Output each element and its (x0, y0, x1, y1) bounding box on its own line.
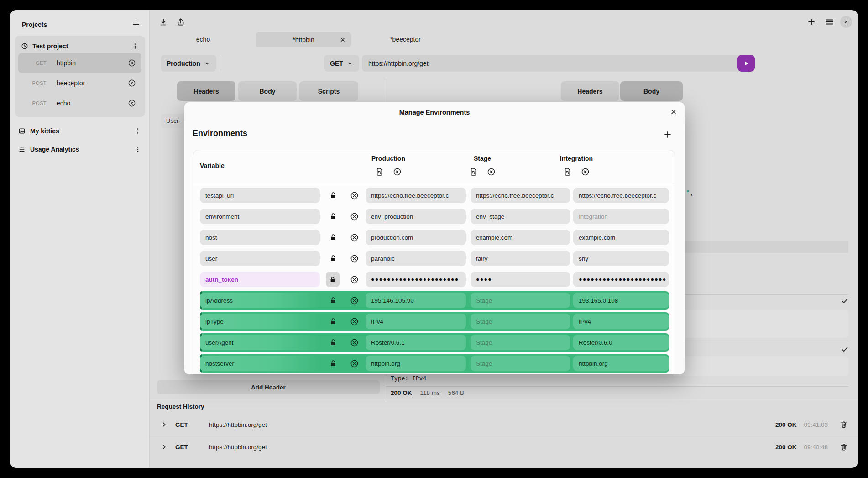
new-request-button[interactable] (807, 17, 816, 26)
tab-request-headers[interactable]: Headers (177, 81, 235, 101)
env-value-field[interactable]: httpbin.org (366, 356, 466, 371)
env-value-field[interactable]: production.com (366, 230, 466, 245)
env-value-field[interactable]: Roster/0.6.1 (366, 335, 466, 350)
tab-request-body[interactable]: Body (238, 81, 297, 101)
trash-icon[interactable] (840, 420, 848, 429)
url-input[interactable]: https://httpbin.org/get (362, 55, 747, 72)
x-circle-icon[interactable] (350, 191, 359, 200)
env-value-field[interactable]: example.com (573, 230, 669, 245)
request-tab-active[interactable]: *httpbin (256, 32, 351, 47)
env-value-field[interactable]: example.com (471, 230, 570, 245)
request-tab[interactable]: echo (196, 36, 210, 43)
request-tab[interactable]: *beeceptor (390, 36, 421, 43)
env-value-field[interactable]: Stage (471, 293, 570, 308)
export-icon[interactable] (176, 17, 185, 26)
x-circle-icon[interactable] (128, 59, 136, 67)
lock-open-icon[interactable] (329, 359, 337, 368)
lock-open-icon[interactable] (329, 296, 337, 305)
env-value-field[interactable]: Roster/0.6.0 (573, 335, 669, 350)
variable-name-field[interactable]: environment (200, 209, 320, 224)
env-value-field[interactable]: Stage (471, 356, 570, 371)
env-value-field[interactable]: fairy (471, 251, 570, 266)
lock-button[interactable] (326, 272, 340, 287)
lock-open-icon[interactable] (329, 212, 337, 221)
env-value-field[interactable]: IPv4 (366, 314, 466, 329)
add-environment-button[interactable] (663, 130, 672, 139)
add-project-button[interactable] (131, 20, 141, 29)
x-circle-icon[interactable] (393, 168, 402, 176)
variable-name-field[interactable]: testapi_url (200, 188, 320, 203)
kebab-menu-icon[interactable] (134, 146, 141, 153)
sidebar-item[interactable]: My kitties (15, 123, 145, 139)
lock-open-icon[interactable] (329, 191, 337, 200)
trash-icon[interactable] (840, 443, 848, 451)
x-circle-icon[interactable] (350, 233, 359, 242)
x-circle-icon[interactable] (350, 338, 359, 347)
env-value-field[interactable]: ●●●●●●●●●●●●●●●●●●●●●● (573, 272, 669, 287)
lock-open-icon[interactable] (329, 338, 337, 347)
variable-name-field[interactable]: host (200, 230, 320, 245)
send-request-button[interactable] (737, 55, 755, 72)
env-value-field[interactable]: ●●●●●●●●●●●●●●●●●●●●●● (366, 272, 466, 287)
method-select[interactable]: GET (324, 55, 359, 72)
lock-open-icon[interactable] (329, 254, 337, 263)
tab-response-headers[interactable]: Headers (561, 81, 619, 101)
x-circle-icon[interactable] (350, 212, 359, 221)
chevron-right-icon[interactable] (161, 443, 168, 451)
variable-name-field[interactable]: hostserver (200, 356, 320, 371)
x-circle-icon[interactable] (350, 296, 359, 305)
file-search-icon[interactable] (469, 168, 478, 176)
request-item[interactable]: POSTecho (18, 93, 141, 113)
variable-name-field[interactable]: user (200, 251, 320, 266)
modal-close-button[interactable] (669, 108, 678, 116)
chevron-right-icon[interactable] (161, 421, 168, 428)
environment-select[interactable]: Production (161, 55, 216, 72)
tab-response-body[interactable]: Body (620, 81, 683, 101)
variable-name-field[interactable]: auth_token (200, 272, 320, 287)
x-circle-icon[interactable] (350, 254, 359, 263)
x-circle-icon[interactable] (581, 168, 590, 176)
x-circle-icon[interactable] (350, 317, 359, 326)
add-header-button[interactable]: Add Header (157, 380, 380, 394)
env-value-field[interactable]: Stage (471, 335, 570, 350)
import-icon[interactable] (159, 17, 168, 26)
request-item[interactable]: GEThttpbin (18, 53, 141, 73)
env-value-field[interactable]: Integration (573, 209, 669, 224)
env-value-field[interactable]: 193.165.0.108 (573, 293, 669, 308)
window-close-button[interactable] (840, 16, 852, 28)
history-row[interactable]: GEThttps://httpbin.org/get200 OK09:41:03 (149, 414, 858, 436)
x-circle-icon[interactable] (128, 99, 136, 107)
menu-icon[interactable] (825, 17, 834, 26)
env-value-field[interactable]: shy (573, 251, 669, 266)
env-value-field[interactable]: 195.146.105.90 (366, 293, 466, 308)
file-search-icon[interactable] (375, 168, 384, 176)
env-value-field[interactable]: https://echo.free.beeceptor.c (366, 188, 466, 203)
tab-request-scripts[interactable]: Scripts (299, 81, 358, 101)
sidebar-item[interactable]: Usage Analytics (15, 142, 145, 157)
variable-name-field[interactable]: ipAddress (200, 293, 320, 308)
env-value-field[interactable]: httpbin.org (573, 356, 669, 371)
project-group-header[interactable]: Test project (18, 39, 141, 53)
kebab-menu-icon[interactable] (134, 127, 141, 135)
variable-name-field[interactable]: ipType (200, 314, 320, 329)
env-value-field[interactable]: IPv4 (573, 314, 669, 329)
x-circle-icon[interactable] (350, 359, 359, 368)
file-search-icon[interactable] (563, 168, 572, 176)
lock-open-icon[interactable] (329, 317, 337, 326)
kebab-menu-icon[interactable] (131, 42, 139, 50)
variable-name-field[interactable]: userAgent (200, 335, 320, 350)
x-circle-icon[interactable] (128, 79, 136, 87)
env-value-field[interactable]: Stage (471, 314, 570, 329)
env-value-field[interactable]: ●●●● (471, 272, 570, 287)
env-value-field[interactable]: paranoic (366, 251, 466, 266)
close-tab-icon[interactable] (340, 37, 346, 43)
history-row[interactable]: GEThttps://httpbin.org/get200 OK09:40:48 (149, 436, 858, 458)
lock-open-icon[interactable] (329, 233, 337, 242)
env-value-field[interactable]: https://echo.free.beeceptor.c (471, 188, 570, 203)
x-circle-icon[interactable] (487, 168, 496, 176)
request-item[interactable]: POSTbeeceptor (18, 73, 141, 93)
env-value-field[interactable]: env_production (366, 209, 466, 224)
env-value-field[interactable]: env_stage (471, 209, 570, 224)
x-circle-icon[interactable] (350, 275, 359, 284)
env-value-field[interactable]: https://echo.free.beeceptor.c (573, 188, 669, 203)
